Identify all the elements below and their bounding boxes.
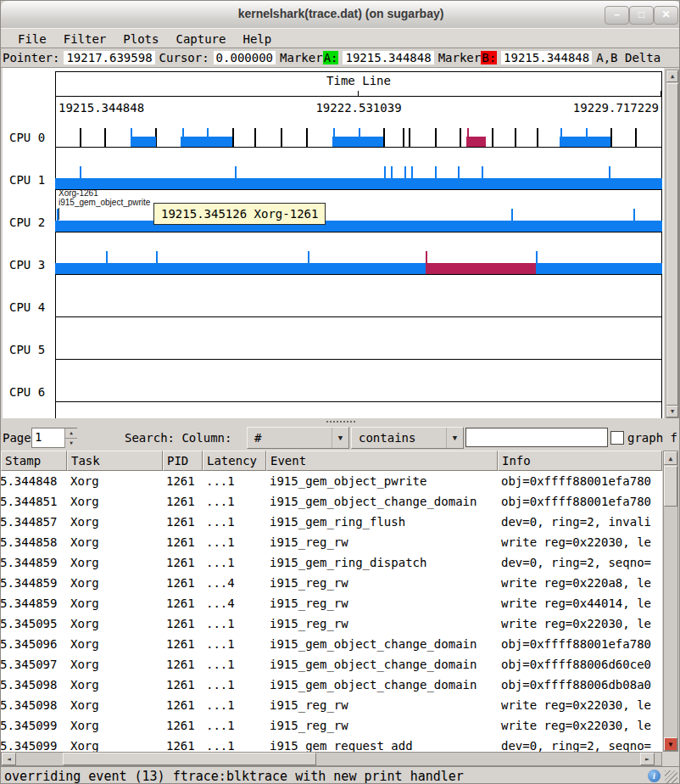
scroll-down-icon[interactable]: ▼ bbox=[666, 406, 678, 417]
table-vscroll-thumb[interactable] bbox=[664, 466, 677, 507]
spin-up-icon[interactable]: ▲ bbox=[64, 428, 77, 438]
table-row[interactable]: 5.344857Xorg1261...1i915_gem_ring_flushd… bbox=[1, 512, 662, 532]
cpu-task-bar[interactable] bbox=[131, 137, 156, 147]
scroll-down-icon[interactable]: ▼ bbox=[664, 737, 677, 751]
column-header-latency[interactable]: Latency bbox=[203, 451, 266, 471]
table-row[interactable]: 5.344851Xorg1261...1i915_gem_object_chan… bbox=[1, 491, 662, 512]
title-bar[interactable]: kernelshark(trace.dat) (on sugarbay) – □… bbox=[1, 1, 680, 29]
event-tick bbox=[156, 251, 158, 263]
column-header-info[interactable]: Info bbox=[498, 451, 662, 471]
cpu-task-bar[interactable] bbox=[55, 178, 662, 189]
table-hscroll-thumb[interactable] bbox=[63, 753, 316, 765]
column-header-stamp[interactable]: Stamp bbox=[1, 451, 67, 471]
event-tick bbox=[411, 166, 413, 178]
scroll-up-icon[interactable]: ▲ bbox=[664, 451, 677, 465]
table-row[interactable]: 5.344859Xorg1261...4i915_reg_rwwrite reg… bbox=[1, 573, 662, 593]
event-tick bbox=[384, 166, 386, 178]
cell: write reg=0x44014, le bbox=[498, 593, 662, 613]
table-vscrollbar[interactable]: ▲ ▼ bbox=[663, 451, 678, 752]
cpu-task-bar[interactable] bbox=[332, 137, 382, 147]
search-input[interactable] bbox=[465, 428, 608, 447]
column-header-task[interactable]: Task bbox=[67, 451, 163, 471]
cell: 1261 bbox=[163, 634, 203, 654]
event-tick bbox=[492, 128, 493, 147]
menu-capture[interactable]: Capture bbox=[167, 29, 234, 49]
table-row[interactable]: 5.344859Xorg1261...1i915_gem_ring_dispat… bbox=[1, 552, 662, 573]
marker-a-badge: A: bbox=[323, 51, 339, 64]
cell: write reg=0x22030, le bbox=[498, 695, 662, 715]
cell: 5.344857 bbox=[1, 512, 67, 532]
splitter-grip-icon[interactable] bbox=[326, 421, 355, 423]
column-header-event[interactable]: Event bbox=[266, 451, 498, 471]
cell: 5.344859 bbox=[1, 573, 67, 593]
cpu-task-bar[interactable] bbox=[55, 263, 662, 274]
table-row[interactable]: 5.345099Xorg1261...1i915_reg_rwwrite reg… bbox=[1, 715, 662, 736]
marker-a-value: 19215.344848 bbox=[343, 51, 433, 64]
page-label: Page bbox=[3, 431, 31, 445]
cell: Xorg bbox=[67, 512, 163, 532]
event-tick bbox=[306, 128, 308, 147]
column-select[interactable]: # ▼ bbox=[247, 427, 349, 449]
plot-left-border bbox=[55, 71, 56, 418]
cell: write reg=0x220a8, le bbox=[498, 573, 662, 593]
page-spinner[interactable]: 1 ▲ ▼ bbox=[31, 428, 77, 448]
menu-file[interactable]: File bbox=[9, 29, 55, 49]
menu-plots[interactable]: Plots bbox=[114, 29, 167, 49]
cpu-task-bar[interactable] bbox=[55, 221, 662, 232]
cell: Xorg bbox=[67, 695, 163, 715]
table-row[interactable]: 5.344859Xorg1261...4i915_reg_rwwrite reg… bbox=[1, 593, 662, 613]
table-row[interactable]: 5.345095Xorg1261...1i915_reg_rwwrite reg… bbox=[1, 613, 662, 634]
cell: ...1 bbox=[203, 552, 266, 573]
search-column-label: Search: Column: bbox=[125, 431, 231, 445]
scroll-up-icon[interactable]: ▲ bbox=[666, 70, 678, 82]
event-tick bbox=[281, 128, 282, 147]
cpu-task-bar[interactable] bbox=[466, 137, 485, 147]
cell: 5.345098 bbox=[1, 675, 67, 695]
scroll-left-icon[interactable]: ◄ bbox=[2, 753, 16, 765]
graph-vscroll-thumb[interactable] bbox=[666, 83, 678, 406]
cell: Xorg bbox=[67, 532, 163, 552]
column-header-pid[interactable]: PID bbox=[163, 451, 203, 471]
event-tick bbox=[232, 128, 234, 147]
close-icon[interactable]: ✕ bbox=[654, 6, 678, 25]
graph-follows-checkbox[interactable] bbox=[610, 431, 624, 445]
cpu-baseline bbox=[55, 401, 662, 402]
cpu-task-segment[interactable] bbox=[426, 263, 536, 274]
search-toolbar: Page 1 ▲ ▼ Search: Column: # ▼ contains … bbox=[1, 425, 680, 451]
menu-filter[interactable]: Filter bbox=[55, 29, 115, 49]
pane-splitter[interactable] bbox=[1, 418, 680, 425]
table-row[interactable]: 5.344858Xorg1261...1i915_reg_rwwrite reg… bbox=[1, 532, 662, 552]
event-tick bbox=[536, 251, 538, 263]
table-hscrollbar[interactable]: ◄ ► bbox=[1, 752, 662, 766]
cell: ...1 bbox=[203, 695, 266, 715]
event-tick bbox=[391, 166, 393, 178]
scroll-right-icon[interactable]: ► bbox=[640, 753, 655, 765]
spin-down-icon[interactable]: ▼ bbox=[64, 438, 77, 448]
resize-grip-icon[interactable] bbox=[665, 770, 677, 783]
info-icon[interactable]: i bbox=[648, 770, 660, 782]
table-row[interactable]: 5.345098Xorg1261...1i915_reg_rwwrite reg… bbox=[1, 695, 662, 715]
maximize-icon[interactable]: □ bbox=[629, 6, 654, 25]
event-tick bbox=[80, 128, 81, 147]
timeline-graph[interactable]: Time Line 19215.344848 19222.531039 1922… bbox=[3, 68, 664, 418]
menu-help[interactable]: Help bbox=[234, 29, 280, 49]
cell: 1261 bbox=[163, 532, 203, 552]
table-row[interactable]: 5.345099Xorg1261...1i915_gem_request_add… bbox=[1, 736, 662, 752]
graph-vscrollbar[interactable]: ▲ ▼ bbox=[666, 70, 679, 418]
table-row[interactable]: 5.345096Xorg1261...1i915_gem_object_chan… bbox=[1, 634, 662, 654]
table-header: StampTaskPIDLatencyEventInfo bbox=[1, 451, 662, 471]
table-row[interactable]: 5.345097Xorg1261...1i915_gem_object_chan… bbox=[1, 654, 662, 675]
match-select[interactable]: contains ▼ bbox=[351, 427, 464, 449]
cell: ...1 bbox=[203, 715, 266, 736]
cell: ...1 bbox=[203, 512, 266, 532]
cell: Xorg bbox=[67, 634, 163, 654]
minimize-icon[interactable]: – bbox=[605, 6, 629, 25]
table-row[interactable]: 5.344848Xorg1261...1i915_gem_object_pwri… bbox=[1, 471, 662, 491]
cpu-label-1: CPU 1 bbox=[9, 173, 45, 187]
table-row[interactable]: 5.345098Xorg1261...1i915_gem_object_chan… bbox=[1, 675, 662, 695]
cpu-task-bar[interactable] bbox=[181, 137, 232, 147]
cpu-task-bar[interactable] bbox=[560, 137, 610, 147]
event-tick bbox=[254, 128, 256, 147]
pointer-value: 19217.639598 bbox=[64, 51, 154, 64]
event-tick bbox=[435, 166, 437, 178]
